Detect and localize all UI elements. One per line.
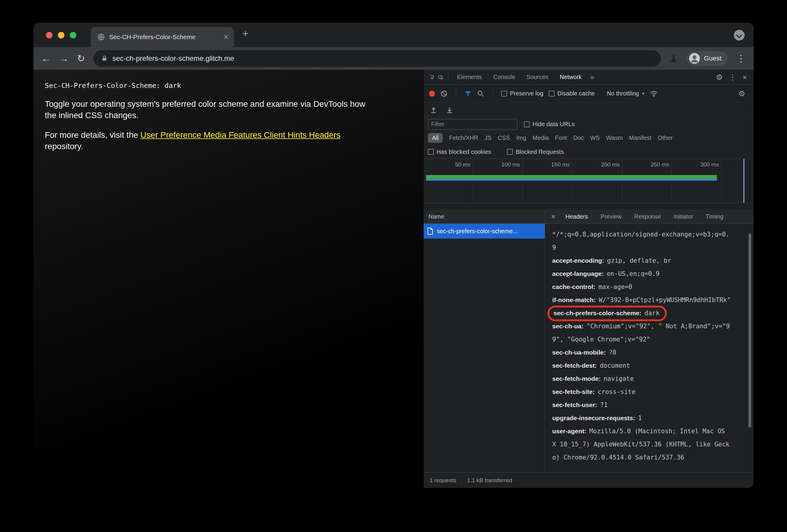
address-bar[interactable]: sec-ch-prefers-color-scheme.glitch.me <box>93 50 661 67</box>
detail-tabbar: × Headers Preview Response Initiator Tim… <box>545 209 753 224</box>
filter-manifest[interactable]: Manifest <box>629 134 652 141</box>
network-conditions-icon[interactable] <box>650 90 658 97</box>
fullscreen-window-button[interactable] <box>70 32 77 39</box>
profile-chip[interactable]: Guest <box>686 51 728 66</box>
divider <box>462 477 462 484</box>
import-har-icon[interactable] <box>430 106 438 114</box>
load-event-marker <box>743 159 744 203</box>
tab-response[interactable]: Response <box>628 213 667 220</box>
request-headers-list[interactable]: */*;q=0.8,application/signed-exchange;v=… <box>545 224 753 472</box>
blocked-filters-row: Has blocked cookies Blocked Requests <box>424 145 753 159</box>
disable-cache-checkbox[interactable] <box>549 91 555 96</box>
tab-search-chevron-icon[interactable] <box>734 30 745 41</box>
tab-elements[interactable]: Elements <box>451 74 488 81</box>
devtools-main-tabbar: Elements Console Sources Network » ⚙ ⋮ × <box>424 70 753 85</box>
request-row-selected[interactable]: sec-ch-prefers-color-scheme... <box>424 224 545 239</box>
inspect-element-icon[interactable] <box>427 73 436 82</box>
annotation-red-oval: sec-ch-prefers-color-scheme:dark <box>548 306 667 321</box>
browser-menu-kebab-icon[interactable]: ⋮ <box>736 54 746 63</box>
export-har-icon[interactable] <box>446 106 453 114</box>
minimize-window-button[interactable] <box>58 32 64 39</box>
request-header: */*;q=0.8,application/signed-exchange;v=… <box>552 228 731 254</box>
tab-timing[interactable]: Timing <box>700 213 730 220</box>
window-content: Sec-CH-Prefers-Color-Scheme: dark Toggle… <box>34 70 753 488</box>
tab-close-icon[interactable]: × <box>224 33 229 41</box>
timeline-tick-label: 300 ms <box>674 161 719 168</box>
filter-wasm[interactable]: Wasm <box>606 134 623 141</box>
timeline-response-bar <box>426 175 717 179</box>
record-network-log-button[interactable] <box>429 91 435 96</box>
har-toolbar <box>424 103 753 117</box>
filter-js[interactable]: JS <box>485 134 491 141</box>
reload-icon[interactable]: ↻ <box>77 54 85 63</box>
timeline-gridline <box>622 159 622 203</box>
devtools-panel: Elements Console Sources Network » ⚙ ⋮ × <box>423 70 753 488</box>
requests-table: Name sec-ch-prefers-color-scheme... <box>424 209 545 472</box>
timeline-transfer-bar <box>426 179 717 181</box>
filter-doc[interactable]: Doc <box>573 134 584 141</box>
filter-font[interactable]: Font <box>555 134 567 141</box>
network-filter-input[interactable] <box>428 119 517 130</box>
name-column-header[interactable]: Name <box>424 209 545 224</box>
close-window-button[interactable] <box>46 32 52 39</box>
back-icon[interactable]: ← <box>41 54 51 63</box>
hide-data-urls-checkbox[interactable] <box>524 121 530 127</box>
device-toolbar-icon[interactable] <box>436 73 445 82</box>
preserve-log-checkbox[interactable] <box>501 91 507 96</box>
request-count: 1 requests <box>430 477 456 484</box>
filter-media[interactable]: Media <box>533 134 549 141</box>
flask-extension-icon[interactable] <box>669 54 678 63</box>
browser-tab[interactable]: Sec-CH-Prefers-Color-Scheme × <box>91 27 234 47</box>
tab-network[interactable]: Network <box>554 74 587 81</box>
disable-cache-option[interactable]: Disable cache <box>549 90 595 97</box>
hide-data-urls-option[interactable]: Hide data URLs <box>524 121 575 128</box>
request-header: sec-fetch-mode:navigate <box>552 372 731 385</box>
devtools-menu-kebab-icon[interactable]: ⋮ <box>726 73 740 81</box>
detail-scrollbar-thumb[interactable] <box>748 234 751 427</box>
throttling-dropdown[interactable]: No throttling ▾ <box>607 90 644 97</box>
page-paragraph-1: Toggle your operating system's preferred… <box>45 98 411 121</box>
request-header: sec-ch-ua:"Chromium";v="92", " Not A;Bra… <box>552 320 731 346</box>
filter-ws[interactable]: WS <box>590 134 600 141</box>
network-overview-timeline[interactable]: 50 ms 100 ms 150 ms 200 ms 250 ms 300 ms <box>424 159 753 203</box>
has-blocked-cookies-checkbox[interactable] <box>428 149 434 155</box>
timeline-tick-label: 200 ms <box>575 161 620 168</box>
preserve-log-option[interactable]: Preserve log <box>501 90 543 97</box>
filter-all[interactable]: All <box>428 133 443 143</box>
new-tab-button[interactable]: + <box>242 27 249 40</box>
tab-initiator[interactable]: Initiator <box>667 213 700 220</box>
transferred-size: 1.1 kB transferred <box>467 477 512 484</box>
filter-fetch-xhr[interactable]: Fetch/XHR <box>449 134 478 141</box>
request-header: sec-ch-ua-mobile:?0 <box>552 346 731 359</box>
tab-headers[interactable]: Headers <box>559 213 594 220</box>
blocked-requests-checkbox[interactable] <box>507 149 513 155</box>
request-header: accept-encoding:gzip, deflate, br <box>552 254 731 267</box>
request-header: upgrade-insecure-requests:1 <box>552 412 731 425</box>
network-settings-gear-icon[interactable]: ⚙ <box>736 90 748 97</box>
search-icon[interactable] <box>477 90 484 97</box>
detail-close-icon[interactable]: × <box>548 212 559 221</box>
tab-sources[interactable]: Sources <box>521 74 554 81</box>
devtools-settings-gear-icon[interactable]: ⚙ <box>713 73 726 81</box>
filter-img[interactable]: Img <box>516 134 526 141</box>
timeline-tick-label: 100 ms <box>475 161 520 168</box>
timeline-tick-label: 150 ms <box>525 161 570 168</box>
timeline-tick-label: 50 ms <box>426 161 470 168</box>
repository-link[interactable]: User Preference Media Features Client Hi… <box>141 130 341 139</box>
devtools-close-icon[interactable]: × <box>740 73 750 81</box>
filter-funnel-icon[interactable] <box>465 90 472 97</box>
request-header: accept-language:en-US,en;q=0.9 <box>552 267 731 280</box>
dropdown-caret-icon: ▾ <box>642 91 644 96</box>
tab-console[interactable]: Console <box>488 74 520 81</box>
browser-window: Sec-CH-Prefers-Color-Scheme × + ← → ↻ se… <box>34 23 753 488</box>
filter-css[interactable]: CSS <box>497 134 510 141</box>
more-tabs-icon[interactable]: » <box>588 73 597 82</box>
tab-strip: Sec-CH-Prefers-Color-Scheme × + <box>34 23 753 47</box>
clear-network-log-icon[interactable] <box>440 90 447 97</box>
tab-preview[interactable]: Preview <box>594 213 628 220</box>
timeline-gridline <box>672 159 672 203</box>
filter-other[interactable]: Other <box>658 134 673 141</box>
forward-icon[interactable]: → <box>59 54 69 63</box>
profile-name: Guest <box>704 54 721 62</box>
web-page: Sec-CH-Prefers-Color-Scheme: dark Toggle… <box>34 70 423 488</box>
